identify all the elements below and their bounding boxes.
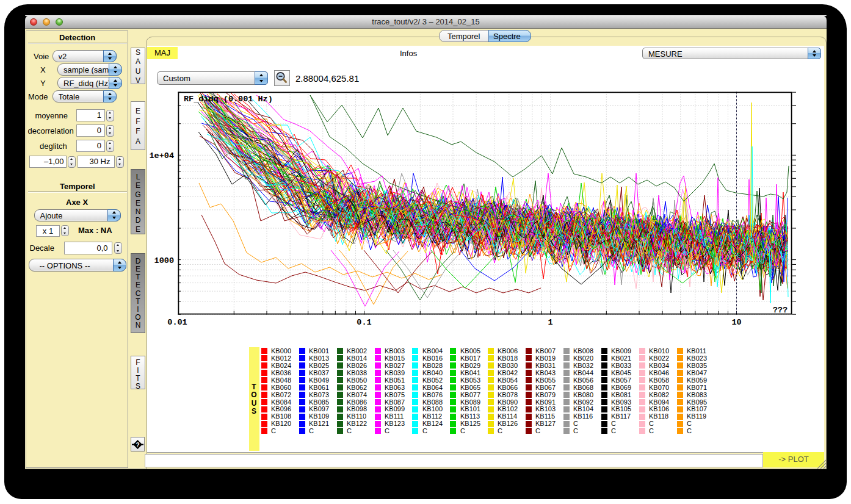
svg-text:0.01: 0.01 <box>167 318 187 327</box>
svg-text:1000: 1000 <box>154 256 174 265</box>
svg-text:?: ? <box>136 441 139 448</box>
svg-text:1e+04: 1e+04 <box>149 151 174 160</box>
svg-text:1: 1 <box>548 318 552 327</box>
svg-text:0.1: 0.1 <box>357 318 371 327</box>
svg-text:RF_didq (0.001 Hz): RF_didq (0.001 Hz) <box>184 95 273 104</box>
svg-text:???: ??? <box>773 306 788 315</box>
svg-text:10: 10 <box>731 318 741 327</box>
